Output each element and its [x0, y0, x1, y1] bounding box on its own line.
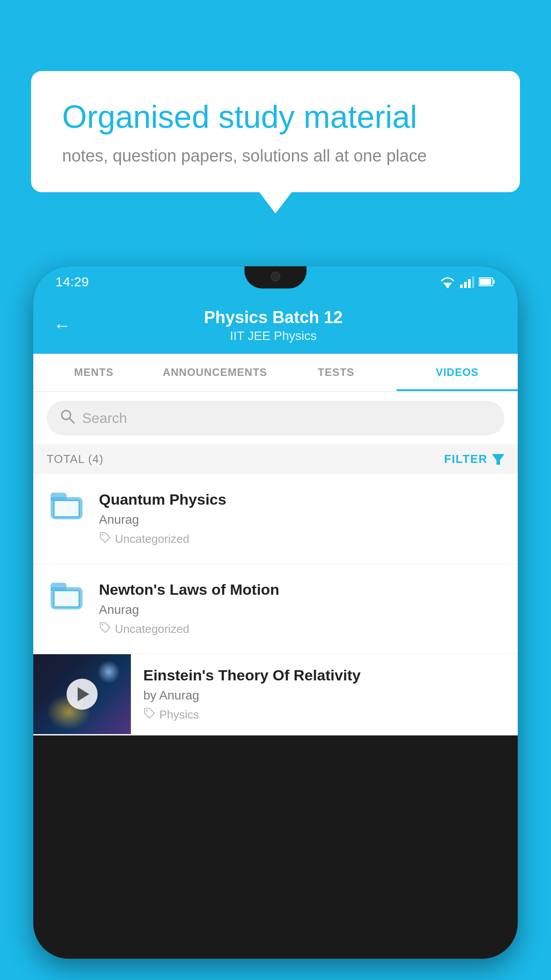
svg-marker-11 — [492, 454, 504, 465]
speech-bubble-heading: Organised study material — [62, 98, 489, 136]
svg-rect-3 — [464, 282, 467, 288]
speech-bubble-card: Organised study material notes, question… — [31, 71, 520, 192]
tab-videos[interactable]: VIDEOS — [397, 354, 518, 391]
video-title: Quantum Physics — [99, 491, 504, 508]
search-bar[interactable]: Search — [47, 401, 504, 435]
speech-bubble-subtext: notes, question papers, solutions all at… — [62, 146, 489, 166]
video-item[interactable]: Newton's Laws of Motion Anurag Uncategor… — [33, 564, 518, 654]
svg-rect-4 — [468, 279, 471, 288]
video-tag: Physics — [143, 707, 504, 723]
signal-icon — [460, 276, 474, 288]
filter-funnel-icon — [492, 454, 504, 465]
video-title: Newton's Laws of Motion — [99, 581, 504, 598]
play-button[interactable] — [67, 679, 98, 710]
video-info: Newton's Laws of Motion Anurag Uncategor… — [99, 581, 504, 637]
status-bar: 14:29 — [33, 266, 518, 297]
video-list: Quantum Physics Anurag Uncategorized — [33, 474, 518, 735]
svg-point-12 — [102, 534, 103, 536]
video-info: Quantum Physics Anurag Uncategorized — [99, 491, 504, 547]
back-button[interactable]: ← — [51, 313, 73, 338]
video-tag: Uncategorized — [99, 621, 504, 637]
tag-text: Physics — [159, 708, 199, 722]
status-time: 14:29 — [55, 274, 89, 289]
tabs-bar: MENTS ANNOUNCEMENTS TESTS VIDEOS — [33, 354, 518, 392]
search-placeholder-text: Search — [82, 410, 127, 427]
tab-tests[interactable]: TESTS — [276, 354, 397, 391]
video-item-thumb[interactable]: Einstein's Theory Of Relativity by Anura… — [33, 654, 518, 735]
video-author: by Anurag — [143, 688, 504, 703]
header-title-area: Physics Batch 12 IIT JEE Physics — [82, 308, 464, 343]
svg-rect-7 — [493, 280, 495, 284]
svg-rect-5 — [472, 277, 474, 288]
thumb-stars — [95, 659, 122, 685]
search-container: Search — [33, 392, 518, 444]
phone-camera — [271, 272, 280, 281]
battery-icon — [479, 277, 496, 287]
video-icon-wrap — [47, 581, 87, 609]
app-title: Physics Batch 12 — [82, 308, 464, 327]
tag-text: Uncategorized — [115, 622, 189, 636]
play-triangle-icon — [78, 687, 89, 701]
video-tag: Uncategorized — [99, 531, 504, 547]
phone-wrapper: 14:29 — [33, 266, 518, 980]
tag-icon — [143, 707, 156, 723]
video-icon-wrap — [47, 491, 87, 519]
tag-icon — [99, 531, 111, 547]
folder-icon — [51, 493, 83, 519]
svg-point-13 — [102, 624, 103, 626]
wifi-icon — [440, 276, 456, 288]
app-header: ← Physics Batch 12 IIT JEE Physics — [33, 297, 518, 354]
filter-button[interactable]: FILTER — [444, 452, 504, 466]
tag-icon — [99, 621, 111, 637]
search-icon — [60, 409, 75, 427]
tab-announcements[interactable]: ANNOUNCEMENTS — [154, 354, 276, 391]
video-title: Einstein's Theory Of Relativity — [143, 667, 504, 684]
video-item-thumb-info: Einstein's Theory Of Relativity by Anura… — [143, 654, 504, 735]
total-count: TOTAL (4) — [47, 452, 103, 466]
filter-bar: TOTAL (4) FILTER — [33, 444, 518, 474]
video-author: Anurag — [99, 513, 504, 527]
video-thumbnail — [33, 654, 131, 734]
tab-ments[interactable]: MENTS — [33, 354, 154, 391]
status-icons — [440, 276, 496, 288]
svg-line-10 — [70, 419, 74, 423]
svg-rect-2 — [460, 285, 463, 288]
svg-rect-8 — [480, 279, 491, 285]
app-subtitle: IIT JEE Physics — [82, 329, 464, 343]
svg-point-14 — [146, 710, 148, 711]
tag-text: Uncategorized — [115, 532, 189, 546]
video-item[interactable]: Quantum Physics Anurag Uncategorized — [33, 474, 518, 564]
folder-icon — [51, 583, 83, 609]
phone-mockup: 14:29 — [33, 266, 518, 959]
phone-notch — [244, 266, 307, 288]
speech-bubble-section: Organised study material notes, question… — [31, 71, 520, 192]
video-author: Anurag — [99, 603, 504, 617]
